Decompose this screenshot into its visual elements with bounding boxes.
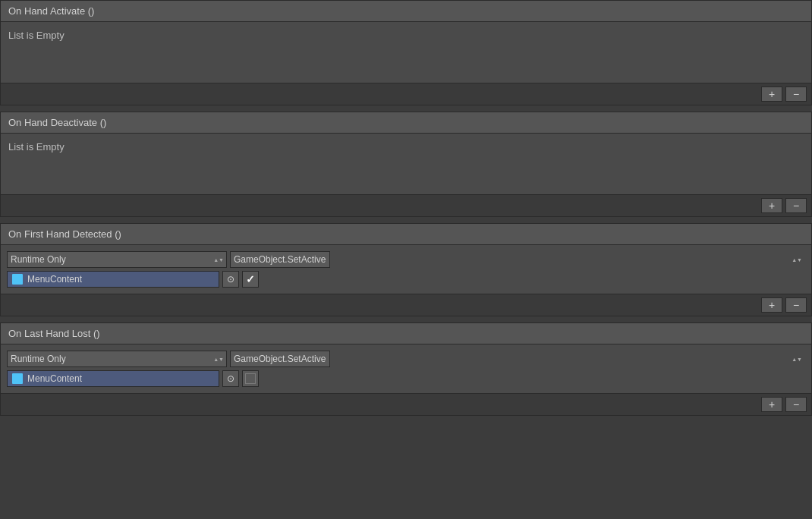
- gear-button-1[interactable]: ⊙: [222, 271, 239, 288]
- cube-icon-2: [12, 373, 23, 384]
- on-first-hand-detected-add-button[interactable]: +: [761, 297, 782, 313]
- object-label-1: MenuContent: [27, 274, 82, 285]
- runtime-select-wrapper-2: Runtime Only Editor and Runtime: [7, 351, 227, 367]
- on-last-hand-lost-remove-button[interactable]: −: [785, 397, 807, 412]
- on-hand-activate-empty: List is Empty: [8, 28, 65, 42]
- on-hand-deactivate-remove-button[interactable]: −: [785, 198, 807, 213]
- on-hand-deactivate-body: List is Empty: [1, 134, 811, 194]
- on-hand-activate-footer: + −: [1, 83, 811, 105]
- on-last-hand-lost-panel: On Last Hand Lost () Runtime Only Editor…: [0, 322, 812, 416]
- checkbox-1[interactable]: ✓: [242, 271, 259, 288]
- on-last-hand-lost-event-row: Runtime Only Editor and Runtime GameObje…: [7, 351, 805, 367]
- unchecked-icon-2: [245, 373, 256, 384]
- on-last-hand-lost-object-row: MenuContent ⊙: [7, 370, 805, 387]
- on-hand-deactivate-panel: On Hand Deactivate () List is Empty + −: [0, 112, 812, 217]
- on-last-hand-lost-title: On Last Hand Lost (): [8, 328, 100, 339]
- method-select-wrapper-2: GameObject.SetActive: [230, 351, 805, 367]
- gear-icon-2: ⊙: [227, 373, 234, 384]
- on-hand-activate-title: On Hand Activate (): [8, 5, 94, 17]
- on-hand-deactivate-title: On Hand Deactivate (): [8, 117, 106, 128]
- on-hand-activate-remove-button[interactable]: −: [785, 86, 807, 102]
- on-last-hand-lost-add-button[interactable]: +: [761, 397, 782, 412]
- checkbox-2[interactable]: [242, 370, 259, 387]
- on-hand-activate-add-button[interactable]: +: [761, 86, 782, 102]
- on-hand-deactivate-header: On Hand Deactivate (): [1, 112, 811, 134]
- on-hand-activate-body: List is Empty: [1, 22, 811, 83]
- gear-icon-1: ⊙: [227, 274, 234, 285]
- runtime-select-wrapper-1: Runtime Only Editor and Runtime: [7, 251, 227, 268]
- gear-button-2[interactable]: ⊙: [222, 370, 239, 387]
- method-select-2[interactable]: GameObject.SetActive: [230, 351, 330, 367]
- on-first-hand-detected-title: On First Hand Detected (): [8, 228, 121, 240]
- on-first-hand-detected-event-row: Runtime Only Editor and Runtime GameObje…: [7, 251, 805, 268]
- object-field-1: MenuContent: [7, 271, 219, 288]
- on-first-hand-detected-body: Runtime Only Editor and Runtime GameObje…: [1, 245, 811, 294]
- on-last-hand-lost-header: On Last Hand Lost (): [1, 323, 811, 344]
- checkmark-icon-1: ✓: [246, 273, 255, 285]
- on-first-hand-detected-object-row: MenuContent ⊙ ✓: [7, 271, 805, 288]
- on-last-hand-lost-body: Runtime Only Editor and Runtime GameObje…: [1, 344, 811, 393]
- on-first-hand-detected-footer: + −: [1, 294, 811, 316]
- object-field-2: MenuContent: [7, 370, 219, 387]
- on-hand-deactivate-add-button[interactable]: +: [761, 198, 782, 213]
- on-hand-activate-header: On Hand Activate (): [1, 1, 811, 22]
- on-hand-deactivate-footer: + −: [1, 194, 811, 216]
- on-first-hand-detected-panel: On First Hand Detected () Runtime Only E…: [0, 223, 812, 316]
- on-hand-activate-panel: On Hand Activate () List is Empty + −: [0, 0, 812, 105]
- on-first-hand-detected-header: On First Hand Detected (): [1, 224, 811, 245]
- on-hand-deactivate-empty: List is Empty: [8, 140, 65, 154]
- method-select-wrapper-1: GameObject.SetActive: [230, 251, 805, 268]
- on-first-hand-detected-remove-button[interactable]: −: [785, 297, 807, 313]
- cube-icon-1: [12, 274, 23, 285]
- on-last-hand-lost-footer: + −: [1, 393, 811, 415]
- runtime-select-2[interactable]: Runtime Only Editor and Runtime: [7, 351, 227, 367]
- object-label-2: MenuContent: [27, 373, 82, 384]
- runtime-select-1[interactable]: Runtime Only Editor and Runtime: [7, 251, 227, 268]
- method-select-1[interactable]: GameObject.SetActive: [230, 251, 330, 268]
